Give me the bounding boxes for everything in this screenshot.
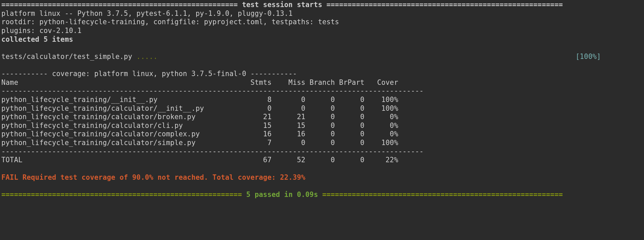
test-progress-line: tests/calculator/test_simple.py ..... [1… (1, 53, 643, 61)
coverage-header: ----------- coverage: platform linux, py… (1, 70, 643, 78)
collected-line: collected 5 items (1, 35, 643, 44)
rootdir-line: rootdir: python-lifecycle-training, conf… (1, 18, 643, 27)
coverage-fail-line: FAIL Required test coverage of 90.0% not… (1, 173, 643, 182)
coverage-total: TOTAL 67 52 0 0 22% (1, 156, 643, 165)
coverage-sep-bottom: ----------------------------------------… (1, 147, 643, 156)
session-title: test session starts (242, 1, 322, 9)
coverage-row: python_lifecycle_training/calculator/__i… (1, 104, 643, 113)
progress-percent: [100%] (576, 53, 601, 61)
coverage-row: python_lifecycle_training/calculator/com… (1, 130, 643, 139)
coverage-row: python_lifecycle_training/calculator/sim… (1, 139, 643, 147)
coverage-row: python_lifecycle_training/__init__.py 8 … (1, 96, 643, 104)
coverage-row: python_lifecycle_training/calculator/cli… (1, 122, 643, 130)
coverage-table-header: Name Stmts Miss Branch BrPart Cover (1, 78, 643, 87)
plugins-line: plugins: cov-2.10.1 (1, 27, 643, 35)
session-footer: ========================================… (1, 191, 643, 199)
coverage-sep-top: ----------------------------------------… (1, 87, 643, 96)
platform-line: platform linux -- Python 3.7.5, pytest-6… (1, 9, 643, 18)
terminal-output: ========================================… (1, 1, 643, 199)
test-file: tests/calculator/test_simple.py (1, 53, 136, 61)
coverage-row: python_lifecycle_training/calculator/bro… (1, 113, 643, 122)
passed-count: 5 passed (246, 191, 280, 199)
elapsed-time: in 0.09s (280, 191, 318, 199)
test-dots: ..... (136, 53, 158, 61)
coverage-fail: FAIL Required test coverage of 90.0% not… (1, 173, 305, 181)
session-banner: ========================================… (1, 1, 643, 9)
